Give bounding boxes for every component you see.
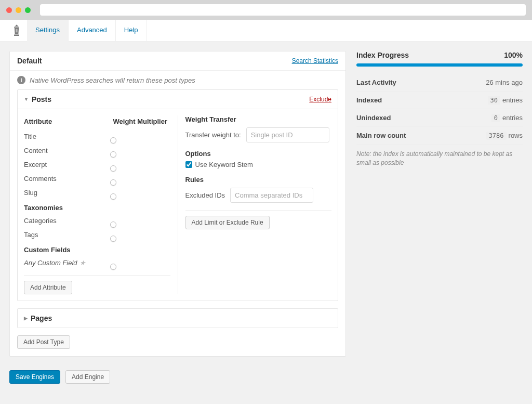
taxonomies-header: Taxonomies <box>24 200 170 214</box>
unindexed-label: Unindexed <box>356 114 391 122</box>
footer-actions: Save Engines Add Engine <box>0 366 532 393</box>
url-bar[interactable] <box>40 4 526 16</box>
lantern-icon <box>11 24 22 37</box>
attr-title: Title <box>24 133 113 140</box>
main-row-count-suffix: rows <box>509 132 523 139</box>
options-header: Options <box>185 150 332 158</box>
excluded-ids-input[interactable] <box>230 188 313 203</box>
unindexed-suffix: entries <box>502 114 523 122</box>
app-logo <box>6 20 27 41</box>
save-engines-button[interactable]: Save Engines <box>9 370 60 384</box>
close-icon[interactable] <box>6 7 12 13</box>
posts-title: Posts <box>32 95 51 103</box>
tab-settings[interactable]: Settings <box>27 20 69 42</box>
main-tabs: Settings Advanced Help <box>27 20 147 41</box>
weight-transfer-header: Weight Transfer <box>185 115 332 123</box>
info-icon: i <box>17 76 25 84</box>
add-engine-button[interactable]: Add Engine <box>65 370 110 384</box>
chevron-right-icon[interactable]: ▶ <box>24 316 28 321</box>
main-row-count-value: 3786 <box>486 132 507 140</box>
index-note: Note: the index is automatically maintai… <box>356 145 523 173</box>
search-statistics-link[interactable]: Search Statistics <box>292 57 338 64</box>
tab-help[interactable]: Help <box>116 20 147 41</box>
main-row-count-label: Main row count <box>356 132 406 139</box>
browser-chrome <box>0 0 532 20</box>
progress-bar <box>356 63 523 67</box>
index-progress-panel: Index Progress 100% Last Activity 26 min… <box>356 51 523 357</box>
attr-excerpt: Excerpt <box>24 161 113 168</box>
engine-title: Default <box>17 57 42 65</box>
use-keyword-stem-checkbox[interactable] <box>185 161 192 168</box>
attr-slug: Slug <box>24 189 113 197</box>
exclude-link[interactable]: Exclude <box>309 96 331 103</box>
engine-panel: Default Search Statistics i Native WordP… <box>9 51 346 357</box>
add-attribute-button[interactable]: Add Attribute <box>24 281 72 294</box>
last-activity-label: Last Activity <box>356 79 396 86</box>
transfer-weight-input[interactable] <box>246 127 329 142</box>
indexed-suffix: entries <box>502 96 523 104</box>
custom-fields-header: Custom Fields <box>24 242 170 256</box>
rules-header: Rules <box>185 176 332 184</box>
any-custom-field: Any Custom Field <box>24 259 77 267</box>
attr-content: Content <box>24 147 113 154</box>
add-rule-button[interactable]: Add Limit or Exclude Rule <box>185 216 270 229</box>
star-icon: ★ <box>79 259 86 267</box>
minimize-icon[interactable] <box>16 7 21 13</box>
topbar: Settings Advanced Help <box>0 20 532 42</box>
indexed-label: Indexed <box>356 96 382 104</box>
tab-advanced[interactable]: Advanced <box>69 20 116 41</box>
info-text: Native WordPress searches will return th… <box>30 76 195 84</box>
traffic-lights <box>6 7 31 13</box>
attr-tags: Tags <box>24 231 113 239</box>
index-progress-title: Index Progress <box>356 51 409 59</box>
svg-rect-0 <box>16 29 17 32</box>
indexed-count: 30 <box>488 96 500 105</box>
chevron-down-icon[interactable]: ▼ <box>24 97 29 102</box>
pages-section: ▶ Pages <box>17 308 338 328</box>
last-activity-value: 26 mins ago <box>486 79 523 86</box>
excluded-ids-label: Excluded IDs <box>185 191 225 199</box>
add-post-type-button[interactable]: Add Post Type <box>17 335 70 349</box>
attr-categories: Categories <box>24 217 113 225</box>
attr-comments: Comments <box>24 175 113 183</box>
weight-multiplier-header: Weight Multiplier <box>113 118 170 125</box>
attribute-header: Attribute <box>24 118 113 125</box>
unindexed-count: 0 <box>491 114 500 122</box>
transfer-weight-label: Transfer weight to: <box>185 131 241 139</box>
use-keyword-stem-label: Use Keyword Stem <box>195 161 253 168</box>
index-progress-pct: 100% <box>504 51 523 59</box>
posts-section: ▼ Posts Exclude Attribute Weight Multipl… <box>17 89 338 301</box>
pages-title: Pages <box>31 314 52 322</box>
info-line: i Native WordPress searches will return … <box>10 71 345 89</box>
maximize-icon[interactable] <box>25 7 31 13</box>
